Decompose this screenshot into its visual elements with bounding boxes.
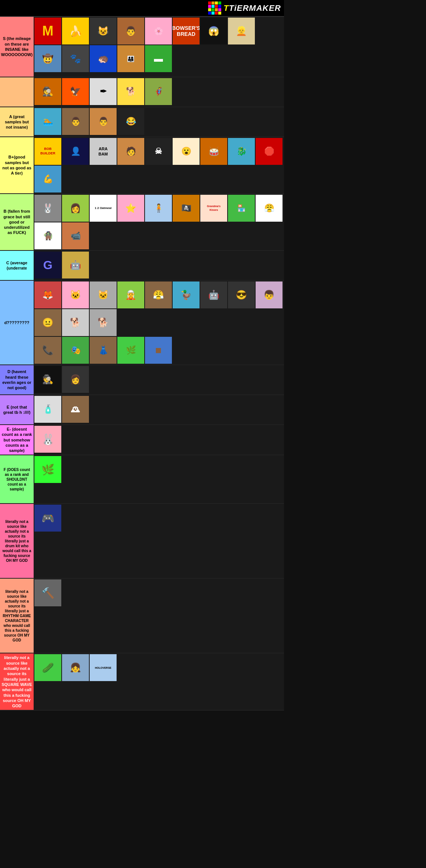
tier-items-s: M 🍌 😺 👨 🌸 BOWSER'SBREAD 😱 👱 🤠 🐾 🦔 👨‍👩‍👧 … bbox=[34, 17, 284, 77]
tier-label-a bbox=[0, 77, 34, 107]
list-item: 🐕 bbox=[117, 78, 144, 105]
list-item: 🌸 bbox=[145, 18, 172, 44]
list-item: 🥁 bbox=[200, 138, 227, 165]
tier-items-eminus: 🧴 🕰 bbox=[34, 395, 284, 424]
list-item: 👨 bbox=[90, 108, 117, 135]
page-wrapper: TTiERMAKER S (the mileage on these are I… bbox=[0, 0, 284, 711]
list-item: 🥒 bbox=[34, 654, 61, 681]
list-item: 👩 bbox=[62, 195, 89, 222]
tier-row-bplus: A (great samples but not insane) 🏊 👨 👨 😂 bbox=[0, 107, 284, 137]
list-item: ■ bbox=[145, 337, 172, 364]
tiermaker-logo: TTiERMAKER bbox=[208, 1, 281, 15]
list-item: ▬ bbox=[145, 45, 172, 72]
list-item: 🛑 bbox=[256, 138, 283, 165]
tier-label-eminus: E (not that great tb h :////) bbox=[0, 395, 34, 424]
list-item: ⭐ bbox=[117, 195, 144, 222]
list-item: 🧑 bbox=[117, 138, 144, 165]
list-item: 😎 bbox=[228, 281, 255, 308]
tier-label-notsource2: literally not a source like actually not… bbox=[0, 504, 34, 578]
list-item: 🏊 bbox=[34, 108, 61, 135]
tier-items-notsource1: 🌿 bbox=[34, 455, 284, 503]
list-item: 💪 bbox=[34, 166, 61, 193]
list-item: 👧 bbox=[62, 654, 89, 681]
tier-items-f: 🐰 bbox=[34, 425, 284, 455]
tier-label-e: D (havent heard these ever/in ages or no… bbox=[0, 365, 34, 394]
list-item: 👗 bbox=[90, 337, 117, 364]
list-item: 🐾 bbox=[62, 45, 89, 72]
list-item: 🕵 bbox=[34, 366, 61, 393]
list-item: 👤 bbox=[62, 138, 89, 165]
list-item: 🤠 bbox=[34, 45, 61, 72]
tier-label-s: S (the mileage on these are INSANE like … bbox=[0, 17, 34, 77]
tier-label-die: literally not a source like actually not… bbox=[0, 653, 34, 710]
list-item: 🐰 bbox=[34, 195, 61, 222]
list-item: 👦 bbox=[256, 281, 283, 308]
list-item: 🤖 bbox=[62, 252, 89, 278]
tier-items-dq: G 🤖 bbox=[34, 251, 284, 280]
tier-label-d: d????????? bbox=[0, 281, 34, 364]
list-item: 🧴 bbox=[34, 396, 61, 423]
list-item: ✒ bbox=[90, 78, 117, 105]
list-item: 😂 bbox=[117, 108, 144, 135]
list-item: 🐉 bbox=[228, 138, 255, 165]
list-item: 🏴‍☠️ bbox=[173, 195, 200, 222]
tier-table: S (the mileage on these are INSANE like … bbox=[0, 17, 284, 711]
tier-items-b: BOBBUILDER 👤 ARABAM 🧑 ☠ 😮 🥁 🐉 🛑 💪 bbox=[34, 137, 284, 193]
list-item: 👨 bbox=[62, 108, 89, 135]
list-item: 📞 bbox=[34, 337, 61, 364]
tier-items-a: 🕵 🦅 ✒ 🐕 🦸 bbox=[34, 77, 284, 107]
tier-row-d: d????????? 🦊 🐱 🐱 🧝 😤 🦆 🤖 😎 👦 😐 🐕 🐕 bbox=[0, 281, 284, 365]
list-item: 1 2 Oatmeal bbox=[90, 195, 117, 222]
tier-row-e: D (havent heard these ever/in ages or no… bbox=[0, 365, 284, 395]
tier-row-f: E- (doesnt count as a rank but somehow c… bbox=[0, 425, 284, 455]
list-item: 🦅 bbox=[62, 78, 89, 105]
tier-row-eminus: E (not that great tb h :////) 🧴 🕰 bbox=[0, 395, 284, 425]
list-item: 🧌 bbox=[34, 222, 61, 249]
tiermaker-logo-text: TTiERMAKER bbox=[223, 3, 281, 13]
tier-row-notsource3: literally not a source like actually not… bbox=[0, 579, 284, 653]
list-item: 😱 bbox=[200, 18, 227, 44]
tier-label-notsource3: literally not a source like actually not… bbox=[0, 579, 34, 653]
tier-items-notsource3: 🔨 bbox=[34, 579, 284, 653]
list-item: 🏪 bbox=[228, 195, 255, 222]
list-item: 🐱 bbox=[62, 281, 89, 308]
tier-label-b: B+(good samples but not as good as A tie… bbox=[0, 137, 34, 193]
tier-row-die: literally not a source like actually not… bbox=[0, 653, 284, 711]
tier-items-d: 🦊 🐱 🐱 🧝 😤 🦆 🤖 😎 👦 😐 🐕 🐕 📞 🎭 bbox=[34, 281, 284, 364]
tier-items-e: 🕵 👩 bbox=[34, 365, 284, 394]
list-item: 🎭 bbox=[62, 337, 89, 364]
tier-row-c: B (fallen from grace but still good or u… bbox=[0, 194, 284, 251]
list-item: 🎮 bbox=[34, 505, 61, 532]
list-item: 📹 bbox=[62, 222, 89, 249]
list-item: 👨‍👩‍👧 bbox=[117, 45, 144, 72]
list-item: 🍌 bbox=[62, 18, 89, 44]
list-item: 🐱 bbox=[90, 281, 117, 308]
list-item: 😐 bbox=[34, 309, 61, 336]
list-item: BOBBUILDER bbox=[34, 138, 61, 165]
list-item: 😤 bbox=[256, 195, 283, 222]
logo-grid-icon bbox=[208, 1, 221, 15]
list-item: 🦔 bbox=[90, 45, 117, 72]
tier-row-a: 🕵 🦅 ✒ 🐕 🦸 bbox=[0, 77, 284, 107]
tier-items-notsource2: 🎮 bbox=[34, 504, 284, 578]
list-item: 🔨 bbox=[34, 579, 61, 606]
list-item: 🌿 bbox=[34, 456, 61, 483]
list-item: 😤 bbox=[145, 281, 172, 308]
list-item: 🦸 bbox=[145, 78, 172, 105]
tier-label-f: E- (doesnt count as a rank but somehow c… bbox=[0, 425, 34, 455]
tier-label-dq: C (average (underrate bbox=[0, 251, 34, 280]
list-item: M bbox=[34, 18, 61, 44]
list-item: 🕵 bbox=[34, 78, 61, 105]
tier-items-bplus: 🏊 👨 👨 😂 bbox=[34, 107, 284, 136]
list-item: ☠ bbox=[145, 138, 172, 165]
list-item: ARABAM bbox=[90, 138, 117, 165]
list-item: 🤖 bbox=[200, 281, 227, 308]
list-item: 🕰 bbox=[62, 396, 89, 423]
list-item: 🧍 bbox=[145, 195, 172, 222]
list-item: 👱 bbox=[228, 18, 255, 44]
tier-row-dq: C (average (underrate G 🤖 bbox=[0, 251, 284, 281]
tier-row-notsource1: F (DOES count as a rank and SHOULDNT cou… bbox=[0, 455, 284, 504]
list-item: 🌿 bbox=[117, 337, 144, 364]
list-item: 👨 bbox=[117, 18, 144, 44]
list-item: 🐕 bbox=[62, 309, 89, 336]
